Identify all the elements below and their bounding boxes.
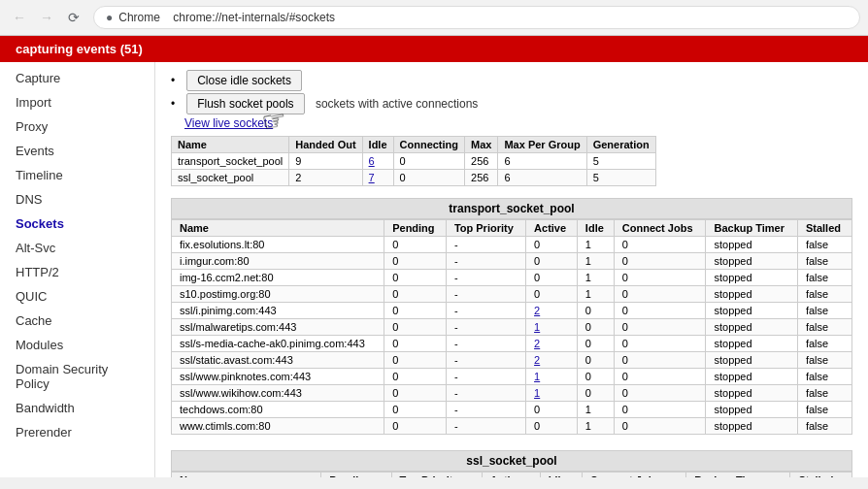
action-buttons: • Close idle sockets • Flush socket pool…: [171, 70, 852, 130]
transport-cell: 0: [577, 319, 614, 336]
sidebar-item-altsvc[interactable]: Alt-Svc: [0, 236, 154, 260]
transport-cell: s10.postimg.org:80: [172, 286, 384, 303]
sidebar-item-bandwidth[interactable]: Bandwidth: [0, 396, 154, 420]
transport-cell: false: [797, 402, 851, 418]
transport-cell: fix.esolutions.lt:80: [172, 237, 384, 253]
transport-cell: 0: [384, 303, 447, 319]
transport-cell: 1: [577, 418, 614, 435]
transport-cell: 0: [526, 418, 578, 435]
transport-cell: 1: [526, 369, 578, 385]
summary-col-idle: Idle: [362, 137, 393, 153]
sidebar-item-quic[interactable]: QUIC: [0, 284, 154, 309]
transport-pool-header: transport_socket_pool: [171, 198, 852, 219]
idle-count-link[interactable]: 2: [534, 305, 540, 316]
transport-cell: ssl/www.wikihow.com:443: [172, 385, 384, 402]
sidebar-item-http2[interactable]: HTTP/2: [0, 260, 154, 284]
transport-cell: 1: [526, 319, 578, 336]
ssl-col: Active: [482, 473, 540, 478]
transport-cell: 0: [577, 336, 614, 352]
transport-cell: -: [446, 385, 525, 402]
transport-col: Top Priority: [446, 220, 525, 237]
transport-cell: 0: [614, 270, 706, 286]
sidebar: Capture Import Proxy Events Timeline DNS…: [0, 62, 155, 477]
transport-cell: 0: [614, 319, 706, 336]
idle-link[interactable]: 6: [369, 155, 375, 167]
transport-cell: 1: [577, 286, 614, 303]
reload-button[interactable]: ⟳: [62, 6, 85, 29]
summary-col-handed-out: Handed Out: [289, 137, 362, 153]
sidebar-item-modules[interactable]: Modules: [0, 333, 154, 357]
transport-cell: -: [446, 336, 525, 352]
transport-cell: stopped: [706, 385, 797, 402]
transport-cell: stopped: [706, 286, 797, 303]
sidebar-item-import[interactable]: Import: [0, 90, 154, 114]
transport-cell: -: [446, 402, 525, 418]
transport-cell: -: [446, 369, 525, 385]
transport-cell: false: [797, 286, 851, 303]
transport-cell: 0: [384, 402, 447, 418]
sidebar-item-sockets[interactable]: Sockets: [0, 212, 154, 236]
idle-link[interactable]: 7: [369, 172, 375, 183]
idle-count-link[interactable]: 1: [534, 387, 540, 399]
table-row: techdows.com:800-010stoppedfalse: [172, 402, 852, 418]
transport-cell: ssl/s-media-cache-ak0.pinimg.com:443: [172, 336, 384, 352]
forward-button[interactable]: →: [35, 6, 58, 29]
summary-cell: 7: [362, 170, 393, 186]
ssl-col: Connect Jobs: [582, 473, 685, 478]
summary-cell: 256: [465, 153, 498, 170]
ssl-col: Name: [172, 473, 321, 478]
summary-cell: 5: [586, 153, 655, 170]
ssl-col: Idle: [540, 473, 582, 478]
transport-cell: 0: [614, 286, 706, 303]
transport-cell: false: [797, 270, 851, 286]
view-live-sockets-link[interactable]: View live sockets: [184, 116, 273, 130]
sidebar-item-dns[interactable]: DNS: [0, 187, 154, 212]
transport-cell: i.imgur.com:80: [172, 253, 384, 270]
sidebar-item-prerender[interactable]: Prerender: [0, 420, 154, 444]
transport-cell: false: [797, 336, 851, 352]
table-row: ssl/www.pinknotes.com:4430-100stoppedfal…: [172, 369, 852, 385]
sidebar-item-events[interactable]: Events: [0, 139, 154, 163]
transport-col: Name: [172, 220, 384, 237]
sidebar-item-proxy[interactable]: Proxy: [0, 114, 154, 139]
transport-cell: 0: [526, 253, 578, 270]
transport-cell: 0: [526, 270, 578, 286]
summary-cell: ssl_socket_pool: [172, 170, 289, 186]
idle-count-link[interactable]: 2: [534, 338, 540, 349]
table-row: ssl/i.pinimg.com:4430-200stoppedfalse: [172, 303, 852, 319]
transport-cell: false: [797, 352, 851, 369]
transport-cell: ssl/i.pinimg.com:443: [172, 303, 384, 319]
back-button[interactable]: ←: [8, 6, 31, 29]
idle-count-link[interactable]: 1: [534, 371, 540, 382]
sidebar-item-timeline[interactable]: Timeline: [0, 163, 154, 187]
transport-cell: stopped: [706, 336, 797, 352]
transport-cell: false: [797, 418, 851, 435]
summary-col-name: Name: [172, 137, 289, 153]
close-idle-sockets-button[interactable]: Close idle sockets: [186, 70, 302, 91]
transport-cell: 0: [384, 270, 447, 286]
transport-cell: -: [446, 303, 525, 319]
flush-socket-pools-button[interactable]: Flush socket pools: [186, 93, 304, 114]
transport-cell: 0: [614, 402, 706, 418]
transport-cell: 1: [577, 402, 614, 418]
sidebar-item-domain-security[interactable]: Domain Security Policy: [0, 357, 154, 396]
transport-cell: -: [446, 270, 525, 286]
transport-cell: 1: [526, 385, 578, 402]
bullet-1: •: [171, 74, 175, 87]
transport-cell: ssl/www.pinknotes.com:443: [172, 369, 384, 385]
transport-cell: stopped: [706, 418, 797, 435]
transport-cell: false: [797, 253, 851, 270]
sidebar-item-cache[interactable]: Cache: [0, 309, 154, 333]
transport-cell: 0: [614, 253, 706, 270]
idle-count-link[interactable]: 2: [534, 354, 540, 366]
transport-cell: stopped: [706, 402, 797, 418]
ssl-pool-section: ssl_socket_pool NamePendingTop PriorityA…: [171, 450, 852, 477]
summary-col-max: Max: [465, 137, 498, 153]
sidebar-item-capture[interactable]: Capture: [0, 66, 154, 90]
transport-cell: 0: [614, 237, 706, 253]
idle-count-link[interactable]: 1: [534, 321, 540, 333]
transport-cell: 0: [526, 237, 578, 253]
address-text: Chrome chrome://net-internals/#sockets: [118, 11, 335, 24]
event-bar-text: capturing events (51): [16, 42, 143, 56]
address-bar[interactable]: ● Chrome chrome://net-internals/#sockets: [93, 6, 860, 29]
